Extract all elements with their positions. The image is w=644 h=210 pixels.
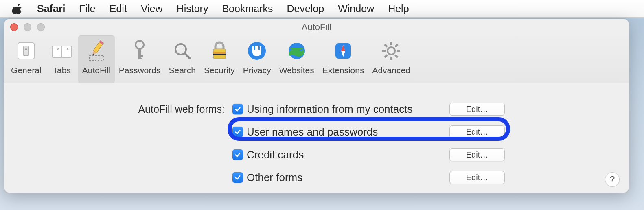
svg-point-12 xyxy=(136,41,144,49)
system-menubar: Safari File Edit View History Bookmarks … xyxy=(0,0,644,18)
toolbar-tab-passwords[interactable]: Passwords xyxy=(115,35,165,83)
toolbar-tab-extensions-label: Extensions xyxy=(322,66,364,75)
menu-develop[interactable]: Develop xyxy=(287,3,324,15)
help-button[interactable]: ? xyxy=(605,172,620,187)
svg-rect-1 xyxy=(24,46,28,56)
toolbar-tab-advanced-label: Advanced xyxy=(372,66,410,75)
option-label-otherforms: Other forms xyxy=(246,171,433,184)
window-title: AutoFill xyxy=(302,22,331,33)
key-icon xyxy=(127,35,152,66)
gear-icon xyxy=(379,35,403,66)
preferences-window: AutoFill General × + xyxy=(4,19,629,193)
option-row-contacts: AutoFill web forms: Using information fr… xyxy=(4,98,629,120)
toolbar-tab-websites[interactable]: Websites xyxy=(275,35,318,83)
svg-rect-14 xyxy=(138,55,143,57)
option-row-otherforms: Other forms Edit… xyxy=(4,166,629,189)
menubar-app-name[interactable]: Safari xyxy=(37,3,65,15)
edit-button-contacts[interactable]: Edit… xyxy=(449,103,505,116)
tabs-icon: × + xyxy=(50,35,74,66)
magnifier-icon xyxy=(170,35,195,66)
svg-text:+: + xyxy=(66,46,69,52)
checkbox-passwords[interactable] xyxy=(232,127,243,137)
menu-edit[interactable]: Edit xyxy=(110,3,127,15)
checkbox-contacts[interactable] xyxy=(232,104,243,114)
option-label-creditcards: Credit cards xyxy=(246,149,433,161)
svg-line-34 xyxy=(385,55,387,57)
toolbar-tab-advanced[interactable]: Advanced xyxy=(368,35,414,83)
extensions-compass-icon xyxy=(331,35,355,66)
close-window-button[interactable] xyxy=(10,23,18,31)
edit-button-passwords[interactable]: Edit… xyxy=(449,125,505,138)
toolbar-tab-autofill-label: AutoFill xyxy=(82,66,111,75)
edit-button-creditcards[interactable]: Edit… xyxy=(449,148,505,161)
window-titlebar: AutoFill xyxy=(4,19,629,35)
globe-icon xyxy=(285,35,309,66)
menu-file[interactable]: File xyxy=(79,3,95,15)
menu-history[interactable]: History xyxy=(177,3,208,15)
toolbar-tab-extensions[interactable]: Extensions xyxy=(318,35,368,83)
minimize-window-button[interactable] xyxy=(24,23,31,31)
edit-button-otherforms[interactable]: Edit… xyxy=(449,171,505,184)
zoom-window-button[interactable] xyxy=(37,23,45,31)
toolbar-tab-privacy-label: Privacy xyxy=(243,66,271,75)
option-label-contacts: Using information from my contacts xyxy=(246,103,433,116)
general-icon xyxy=(14,35,38,66)
menu-view[interactable]: View xyxy=(141,3,163,15)
menu-window[interactable]: Window xyxy=(338,3,374,15)
toolbar-tab-general-label: General xyxy=(11,66,42,75)
svg-line-17 xyxy=(185,53,190,58)
toolbar-tab-general[interactable]: General xyxy=(7,35,46,83)
autofill-settings-pane: AutoFill web forms: Using information fr… xyxy=(4,83,629,189)
toolbar-tab-security-label: Security xyxy=(204,66,235,75)
checkbox-creditcards[interactable] xyxy=(232,149,243,160)
svg-text:×: × xyxy=(56,46,59,52)
svg-rect-7 xyxy=(90,55,103,60)
toolbar-tab-passwords-label: Passwords xyxy=(119,66,161,75)
checkbox-otherforms[interactable] xyxy=(232,172,243,183)
traffic-lights xyxy=(10,23,45,31)
toolbar-tab-search-label: Search xyxy=(169,66,196,75)
toolbar-tab-search[interactable]: Search xyxy=(164,35,200,83)
toolbar-tab-security[interactable]: Security xyxy=(200,35,239,83)
privacy-hand-icon xyxy=(245,35,269,66)
section-label: AutoFill web forms: xyxy=(4,103,230,115)
option-row-creditcards: Credit cards Edit… xyxy=(4,143,629,166)
svg-line-31 xyxy=(385,44,387,47)
menu-bookmarks[interactable]: Bookmarks xyxy=(222,3,273,15)
svg-line-33 xyxy=(395,44,398,47)
menu-help[interactable]: Help xyxy=(388,3,409,15)
toolbar-tab-autofill[interactable]: AutoFill xyxy=(78,35,115,83)
lock-icon xyxy=(207,35,232,66)
toolbar-tab-privacy[interactable]: Privacy xyxy=(239,35,275,83)
svg-point-26 xyxy=(388,47,395,55)
apple-menu-icon[interactable] xyxy=(12,3,23,14)
option-row-passwords: User names and passwords Edit… xyxy=(4,120,629,143)
toolbar-tab-tabs[interactable]: × + Tabs xyxy=(46,35,78,83)
toolbar-tab-tabs-label: Tabs xyxy=(53,66,71,75)
svg-line-32 xyxy=(395,55,398,57)
svg-rect-20 xyxy=(213,52,226,54)
preferences-toolbar: General × + Tabs xyxy=(4,35,629,83)
svg-rect-13 xyxy=(138,48,141,59)
svg-point-2 xyxy=(25,48,27,50)
toolbar-tab-websites-label: Websites xyxy=(279,66,314,75)
option-label-passwords: User names and passwords xyxy=(246,126,433,138)
autofill-pencil-icon xyxy=(84,35,109,66)
svg-rect-15 xyxy=(138,58,142,59)
